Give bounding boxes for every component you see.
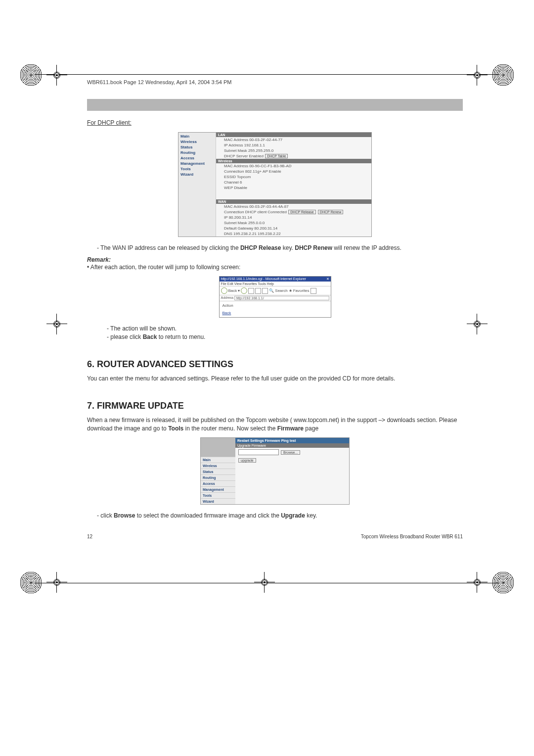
lan-line: Subnet Mask 255.255.255.0 [216, 148, 371, 153]
back-link[interactable]: Back [222, 311, 328, 315]
crop-line-top [35, 74, 499, 75]
browser-address-row: Address http://192.168.1.1/ [220, 295, 331, 301]
wan-line: Subnet Mask 255.0.0.0 [216, 220, 371, 226]
text-bold: DHCP Release [240, 244, 281, 251]
dhcp-renew-button[interactable]: DHCP Renew [318, 210, 343, 214]
text-bold: Browse [114, 512, 135, 519]
text: will renew the IP address. [332, 244, 401, 251]
reg-cross-bc [257, 575, 272, 590]
figure-browser-window: http://192.168.1.1/index.cgi - Microsoft… [219, 276, 331, 318]
upgrade-firmware-label: Upgrade Firmware [235, 443, 349, 448]
reg-cross-tl [49, 68, 64, 83]
media-icon[interactable] [311, 288, 316, 294]
wlan-line: ESSID Topcom [216, 174, 371, 180]
lan-line: DHCP Server Enabled DHCP Table [216, 153, 371, 159]
text-bold: DHCP Renew [295, 244, 332, 251]
logo-placeholder [201, 438, 235, 457]
dhcp-table-button[interactable]: DHCP Table [265, 154, 288, 158]
text-bold: Firmware [277, 425, 304, 432]
wan-conn-row: Connection DHCP client Connected DHCP Re… [216, 209, 371, 215]
page-content: WBR611.book Page 12 Wednesday, April 14,… [87, 79, 463, 539]
lan-dhcp-text: DHCP Server Enabled [224, 154, 264, 158]
text: in the router menu. Now select the [183, 425, 277, 432]
nav-tools: Tools [178, 166, 216, 172]
dhcp-release-button[interactable]: DHCP Release [288, 210, 315, 214]
firmware-form-row2: upgrade [235, 457, 349, 464]
reg-cross-ml [49, 317, 64, 331]
firmware-form: Browse... [235, 448, 349, 457]
section-bar [87, 99, 463, 111]
page-number: 12 [87, 534, 92, 539]
nav-management: Management [201, 486, 235, 492]
back-label: Back [228, 288, 237, 293]
fig1-main: LAN MAC Address 00-03-2F-02-44-77 IP Add… [216, 133, 371, 236]
click-browse-text: - click Browse to select the downloaded … [97, 512, 463, 520]
refresh-icon[interactable] [255, 288, 261, 294]
remark-bullet: • After each action, the router will jum… [87, 263, 463, 272]
reg-cross-bl [49, 575, 64, 590]
back-icon[interactable] [221, 287, 227, 294]
fig3-sidebar: Main Wireless Status Routing Access Mana… [201, 438, 235, 504]
reg-mark-tl [20, 64, 42, 86]
stop-icon[interactable] [248, 288, 254, 294]
forward-icon[interactable] [241, 287, 247, 294]
upgrade-button[interactable]: upgrade [238, 458, 256, 463]
nav-wizard: Wizard [201, 498, 235, 504]
lan-band: LAN [216, 133, 371, 137]
browser-title-text: http://192.168.1.1/index.cgi - Microsoft… [221, 277, 306, 281]
figure-firmware-upgrade: Main Wireless Status Routing Access Mana… [200, 437, 350, 505]
browse-button[interactable]: Browse... [281, 450, 300, 455]
text: - click [97, 512, 114, 519]
wlan-line: WEP Disable [216, 185, 371, 190]
text: to return to menu. [157, 333, 205, 340]
browser-menubar: File Edit View Favorites Tools Help [220, 282, 331, 286]
wlan-line: MAC Address 00-90-CC-F1-B3-9B-AD [216, 163, 371, 169]
section-6-title: 6. ROUTER ADVANCED SETTINGS [87, 359, 463, 370]
wan-line: DNS 195.238.2.21 195.238.2.22 [216, 231, 371, 236]
home-icon[interactable] [262, 288, 268, 294]
section-7-title: 7. FIRMWARE UPDATE [87, 401, 463, 411]
address-label: Address [221, 296, 234, 300]
remark-label: Remark: [87, 256, 463, 263]
text: key. [305, 512, 317, 519]
nav-wireless: Wireless [201, 463, 235, 469]
wan-conn-text: Connection DHCP client Connected [224, 210, 287, 214]
reg-mark-br [492, 571, 514, 594]
figure-router-status: Main Wireless Status Routing Access Mana… [178, 132, 372, 237]
click-back-text: - please click Back to return to menu. [107, 333, 463, 341]
wan-line: IP 80.200.31.14 [216, 215, 371, 220]
page-footer: 12 Topcom Wireless Broadband Router WBR … [87, 534, 463, 539]
nav-status: Status [178, 144, 216, 150]
wlan-line: Connection 802.11g+ AP Enable [216, 169, 371, 174]
text: to select the downloaded firmware image … [135, 512, 281, 519]
fig3-main: Restart Settings Firmware Ping test Upgr… [235, 438, 349, 504]
dhcp-client-label: For DHCP client: [87, 119, 463, 127]
text: key. [281, 244, 295, 251]
text-bold: Upgrade [281, 512, 305, 519]
firmware-file-input[interactable] [238, 449, 279, 455]
fig1-sidebar: Main Wireless Status Routing Access Mana… [178, 133, 216, 236]
tools-tabs: Restart Settings Firmware Ping test [235, 438, 349, 443]
footer-product: Topcom Wireless Broadband Router WBR 611 [361, 534, 463, 539]
nav-routing: Routing [178, 150, 216, 155]
address-field[interactable]: http://192.168.1.1/ [234, 296, 329, 300]
text: page [304, 425, 318, 432]
nav-wizard: Wizard [178, 172, 216, 177]
lan-line: IP Address 192.168.1.1 [216, 142, 371, 148]
wan-line: Default Gateway 80.200.31.14 [216, 226, 371, 231]
action-shown-text: - The action will be shown. [107, 325, 463, 333]
section-7-text: When a new firmware is released, it will… [87, 416, 463, 433]
text-bold: Tools [168, 425, 183, 432]
browser-toolbar: Back ▾ 🔍 Search ★ Favorites [220, 286, 331, 295]
nav-access: Access [201, 480, 235, 486]
reg-mark-tr [492, 64, 514, 86]
wireless-band: Wireless [216, 159, 371, 163]
reg-mark-bl [20, 571, 42, 594]
wan-band: WAN [216, 199, 371, 204]
nav-routing: Routing [201, 474, 235, 480]
text: - please click [107, 333, 143, 340]
window-close-icon[interactable]: ✕ [326, 277, 329, 281]
search-label: Search [275, 288, 287, 293]
action-text: Action [222, 303, 328, 308]
reg-cross-br [470, 575, 485, 590]
